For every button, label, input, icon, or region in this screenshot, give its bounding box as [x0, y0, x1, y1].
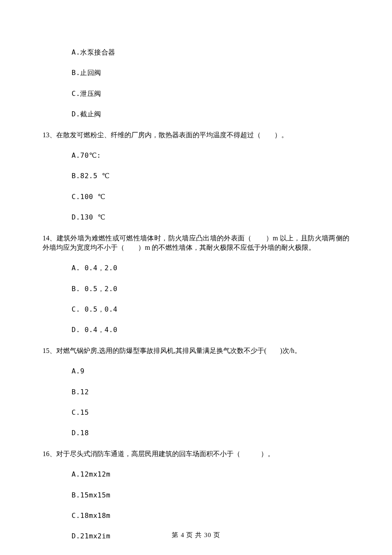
q15-option-b: B.12 — [72, 387, 349, 397]
q16-option-c: C.18mx18m — [72, 511, 349, 520]
q14-option-d: D. 0.4，4.0 — [72, 325, 349, 335]
q12-option-b: B.止回阀 — [72, 68, 349, 78]
q14-option-b: B. 0.5，2.0 — [72, 284, 349, 294]
q15-option-a: A.9 — [72, 367, 349, 376]
page-content: A.水泵接合器 B.止回阀 C.泄压阀 D.截止阀 13、在散发可燃粉尘、纤维的… — [0, 0, 392, 541]
q13-option-c: C.100 ℃ — [72, 192, 349, 202]
q13-option-a: A.70℃: — [72, 151, 349, 160]
page-footer: 第 4 页 共 30 页 — [0, 531, 392, 540]
q15-text: 15、对燃气锅炉房,选用的防爆型事故排风机,其排风量满足换气次数不少于( )次/… — [43, 346, 349, 356]
q14-option-c: C. 0.5，0.4 — [72, 305, 349, 314]
q12-option-c: C.泄压阀 — [72, 89, 349, 98]
q15-option-d: D.18 — [72, 428, 349, 438]
q16-option-b: B.15mx15m — [72, 491, 349, 500]
q12-option-d: D.截止阀 — [72, 110, 349, 119]
q16-text: 16、对于尽头式消防车通道，高层民用建筑的回车场面积不小于（ ）。 — [43, 449, 349, 459]
q13-option-b: B.82.5 ℃ — [72, 171, 349, 181]
q12-options: A.水泵接合器 B.止回阀 C.泄压阀 D.截止阀 — [43, 48, 349, 119]
q13-option-d: D.130 ℃ — [72, 213, 349, 222]
q16-option-a: A.12mx12m — [72, 470, 349, 479]
q13-options: A.70℃: B.82.5 ℃ C.100 ℃ D.130 ℃ — [43, 151, 349, 223]
q14-options: A. 0.4，2.0 B. 0.5，2.0 C. 0.5，0.4 D. 0.4，… — [43, 263, 349, 335]
q13-text: 13、在散发可燃粉尘、纤维的厂房内，散热器表面的平均温度不得超过（ ）。 — [43, 130, 349, 140]
q15-options: A.9 B.12 C.15 D.18 — [43, 367, 349, 438]
q12-option-a: A.水泵接合器 — [72, 48, 349, 57]
q14-text: 14、建筑外墙为难燃性或可燃性墙体时，防火墙应凸出墙的外表面（ ）m 以上，且防… — [43, 234, 349, 253]
q15-option-c: C.15 — [72, 408, 349, 417]
q14-option-a: A. 0.4，2.0 — [72, 263, 349, 273]
